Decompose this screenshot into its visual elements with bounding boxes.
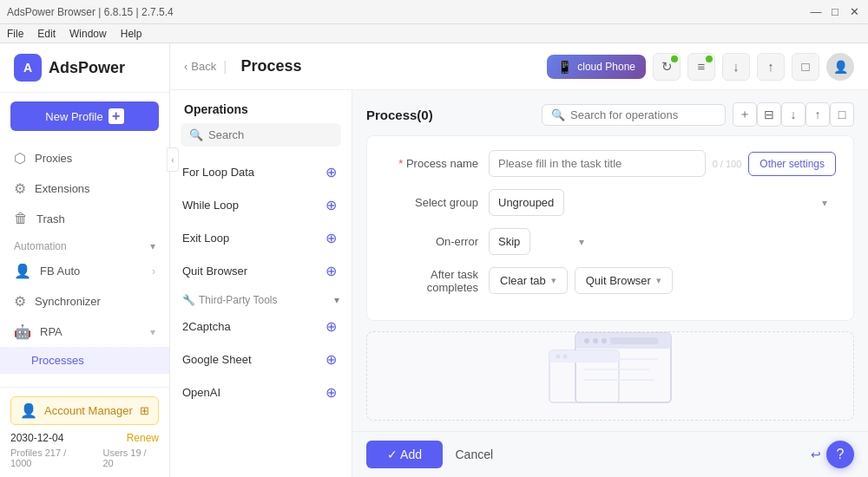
date-row: 2030-12-04 Renew: [10, 432, 159, 444]
list-item[interactable]: 2Captcha ⊕: [170, 310, 352, 343]
sidebar-item-rpa[interactable]: 🤖 RPA ▾: [0, 317, 169, 347]
op-for-loop-data-add-button[interactable]: ⊕: [322, 163, 339, 180]
window-button[interactable]: □: [792, 53, 819, 81]
op-while-loop-label: While Loop: [182, 199, 239, 212]
account-manager-icon: 👤: [20, 402, 37, 419]
after-task-label: After task completes: [385, 268, 489, 294]
after-task-row: After task completes Clear tab ▾ Quit Br…: [385, 267, 836, 294]
op-quit-browser-add-button[interactable]: ⊕: [322, 262, 339, 279]
upload-button[interactable]: ↑: [757, 53, 785, 81]
quit-browser-arrow-icon: ▾: [656, 275, 661, 286]
clear-tab-dropdown[interactable]: Clear tab ▾: [489, 267, 568, 294]
sidebar-collapse-button[interactable]: ‹: [167, 147, 179, 172]
help-button[interactable]: ?: [826, 441, 854, 468]
logo-text: AdsPower: [49, 59, 125, 77]
sidebar-item-synchronizer[interactable]: ⚙ Synchronizer: [0, 286, 169, 317]
automation-section-label: Automation ▾: [0, 233, 169, 256]
close-button[interactable]: ✕: [847, 5, 861, 19]
third-party-icon: 🔧: [182, 294, 195, 306]
menu-help[interactable]: Help: [121, 28, 142, 40]
op-openai-add-button[interactable]: ⊕: [322, 383, 339, 401]
op-google-sheet-add-button[interactable]: ⊕: [322, 350, 339, 368]
process-upload-button[interactable]: ↑: [806, 102, 830, 127]
main-split: Operations 🔍 For Loop Data ⊕ While Loop …: [170, 90, 868, 477]
process-expand-button[interactable]: □: [830, 102, 854, 127]
fb-auto-icon: 👤: [14, 263, 31, 279]
search-box: 🔍: [181, 123, 341, 147]
automation-collapse-icon[interactable]: ▾: [150, 240, 155, 252]
account-manager-button[interactable]: 👤 Account Manager ⊞: [10, 396, 159, 425]
breadcrumb: ‹ Back | Process: [184, 57, 301, 75]
list-item[interactable]: Google Sheet ⊕: [170, 343, 352, 376]
list-button[interactable]: ≡: [687, 53, 715, 81]
stats-row: Profiles 217 / 1000 Users 19 / 20: [10, 448, 159, 468]
onerror-label: On-error: [385, 235, 489, 248]
op-exit-loop-add-button[interactable]: ⊕: [322, 229, 339, 246]
sidebar-item-proxies[interactable]: ⬡ Proxies: [0, 143, 169, 173]
process-copy-button[interactable]: ⊟: [757, 102, 781, 127]
menu-edit[interactable]: Edit: [37, 28, 56, 40]
maximize-button[interactable]: □: [828, 5, 842, 19]
bottom-right-actions: ↩ ?: [811, 441, 854, 468]
sidebar-item-processes[interactable]: Processes: [0, 347, 169, 374]
list-item[interactable]: Quit Browser ⊕: [170, 254, 352, 287]
svg-rect-5: [610, 337, 658, 344]
process-form: Process name 0 / 100 Other settings Sele…: [366, 135, 854, 321]
menu-window[interactable]: Window: [69, 28, 107, 40]
avatar-icon: 👤: [833, 60, 848, 74]
svg-point-4: [602, 338, 607, 343]
new-profile-button[interactable]: New Profile +: [10, 101, 159, 131]
op-google-sheet-label: Google Sheet: [182, 353, 252, 366]
operations-title: Operations: [170, 90, 352, 123]
menu-file[interactable]: File: [7, 28, 23, 40]
process-add-button[interactable]: ＋: [733, 102, 757, 127]
cloud-phone-icon: 📱: [557, 60, 572, 74]
process-download-button[interactable]: ↓: [781, 102, 806, 127]
ops-list: For Loop Data ⊕ While Loop ⊕ Exit Loop ⊕…: [170, 155, 352, 477]
download-button[interactable]: ↓: [722, 53, 750, 81]
cloud-phone-button[interactable]: 📱 cloud Phone: [547, 55, 646, 79]
sidebar-item-trash[interactable]: 🗑 Trash: [0, 204, 169, 233]
sidebar-item-extensions[interactable]: ⚙ Extensions: [0, 173, 169, 204]
back-label: Back: [191, 60, 216, 73]
search-ops-input[interactable]: [570, 108, 716, 121]
help-arrow-icon: ↩: [811, 448, 821, 461]
add-button[interactable]: ✓ Add: [366, 441, 443, 468]
group-select[interactable]: Ungrouped: [489, 189, 564, 216]
search-input[interactable]: [208, 128, 354, 141]
canvas-area: [366, 331, 854, 421]
svg-point-3: [593, 338, 598, 343]
renew-link[interactable]: Renew: [127, 432, 159, 444]
download-icon: ↓: [733, 59, 740, 74]
list-item[interactable]: Exit Loop ⊕: [170, 221, 352, 254]
quit-browser-dropdown[interactable]: Quit Browser ▾: [575, 267, 673, 294]
sidebar-item-fb-auto-label: FB Auto: [40, 265, 80, 278]
quit-browser-label: Quit Browser: [586, 274, 651, 287]
minimize-button[interactable]: —: [809, 5, 823, 19]
list-item[interactable]: OpenAI ⊕: [170, 376, 352, 408]
status-dot: [671, 56, 678, 62]
process-add-icon: ＋: [739, 107, 751, 122]
list-item[interactable]: For Loop Data ⊕: [170, 155, 352, 188]
list-item[interactable]: While Loop ⊕: [170, 188, 352, 221]
titlebar-title: AdsPower Browser | 6.8.15 | 2.7.5.4: [7, 6, 174, 18]
svg-point-8: [556, 354, 561, 358]
cancel-button[interactable]: Cancel: [455, 448, 493, 461]
back-button[interactable]: ‹ Back: [184, 60, 216, 73]
op-2captcha-add-button[interactable]: ⊕: [322, 317, 339, 335]
other-settings-button[interactable]: Other settings: [748, 152, 836, 176]
refresh-button[interactable]: ↻: [653, 53, 681, 81]
third-party-collapse-icon[interactable]: ▾: [334, 294, 339, 306]
app-layout: A AdsPower New Profile + ⬡ Proxies ⚙ Ext…: [0, 43, 868, 477]
process-name-input[interactable]: [489, 150, 706, 177]
avatar-button[interactable]: 👤: [826, 53, 854, 81]
users-stat: Users 19 / 20: [102, 448, 159, 468]
op-while-loop-add-button[interactable]: ⊕: [322, 196, 339, 213]
sidebar-item-fb-auto[interactable]: 👤 FB Auto ›: [0, 256, 169, 286]
profiles-label: Profiles: [10, 448, 43, 458]
process-name-row: Process name 0 / 100 Other settings: [385, 150, 836, 177]
sidebar-item-extensions-label: Extensions: [35, 182, 90, 195]
titlebar-controls: — □ ✕: [809, 5, 861, 19]
svg-point-2: [584, 338, 589, 343]
onerror-select[interactable]: Skip: [489, 228, 530, 255]
